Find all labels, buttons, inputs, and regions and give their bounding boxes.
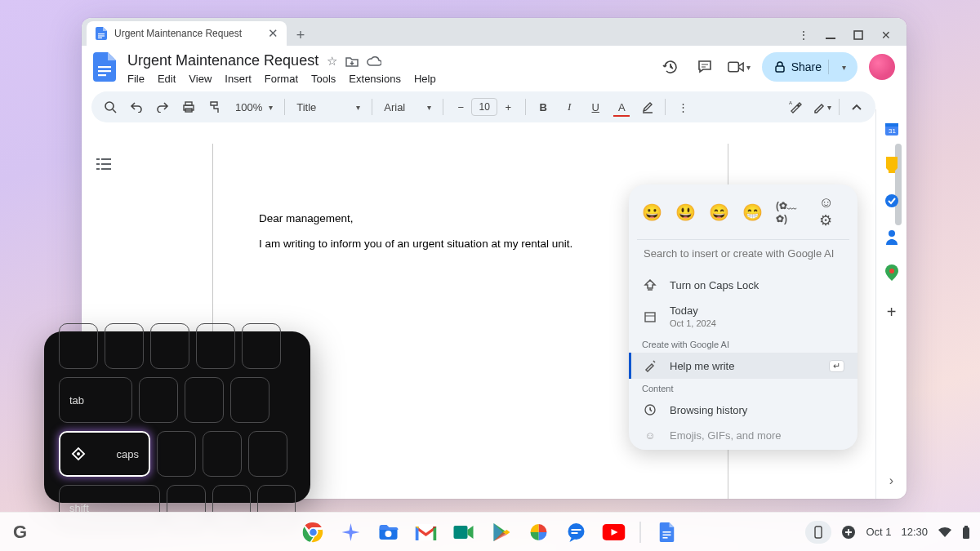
popup-search-input[interactable]: Search to insert or create with Google A… xyxy=(637,239,849,267)
key-generic[interactable] xyxy=(139,377,178,423)
menu-view[interactable]: View xyxy=(189,73,212,85)
browser-tab[interactable]: Urgent Maintenance Request ✕ xyxy=(87,21,287,46)
caps-indicator-icon xyxy=(70,446,87,462)
key-generic[interactable] xyxy=(157,431,196,477)
quick-add-icon[interactable] xyxy=(841,525,856,540)
browsing-history-row[interactable]: Browsing history xyxy=(629,397,858,423)
svg-rect-47 xyxy=(663,534,671,535)
menu-extensions[interactable]: Extensions xyxy=(349,73,401,85)
meet-app-icon[interactable] xyxy=(452,521,475,544)
emojis-more-row[interactable]: ☺ Emojis, GIFs, and more xyxy=(629,423,858,448)
key-generic[interactable] xyxy=(230,377,270,423)
menu-format[interactable]: Format xyxy=(265,73,298,85)
svg-rect-43 xyxy=(572,529,581,531)
key-generic[interactable] xyxy=(185,377,224,423)
docs-titlebar: Urgent Maintenance Request ☆ File Edit V… xyxy=(82,46,906,85)
docs-app-icon[interactable] xyxy=(656,521,679,544)
menu-insert[interactable]: Insert xyxy=(225,73,252,85)
add-panel-icon[interactable]: + xyxy=(884,304,900,320)
maximize-icon[interactable] xyxy=(849,26,867,44)
svg-rect-49 xyxy=(815,527,822,538)
menu-tools[interactable]: Tools xyxy=(311,73,336,85)
key-generic[interactable] xyxy=(105,323,144,369)
tasks-icon[interactable] xyxy=(884,193,900,209)
text-emoji-option[interactable]: (✿﹏✿) xyxy=(776,199,806,224)
doc-title[interactable]: Urgent Maintenance Request xyxy=(127,52,318,69)
emoji-option[interactable]: 😁 xyxy=(742,202,763,222)
play-store-icon[interactable] xyxy=(490,521,513,544)
emoji-quick-row: 😀 😃 😄 😁 (✿﹏✿) ☺︎⚙ xyxy=(629,184,858,239)
emoji-option[interactable]: 😀 xyxy=(642,202,662,222)
docs-favicon xyxy=(95,27,108,40)
outline-toggle-icon[interactable] xyxy=(96,158,111,170)
smart-insert-popup: 😀 😃 😄 😁 (✿﹏✿) ☺︎⚙ Search to insert or cr… xyxy=(629,184,858,450)
window-controls: ⋮ ✕ xyxy=(787,26,902,46)
history-icon[interactable] xyxy=(659,56,682,78)
today-row[interactable]: Today Oct 1, 2024 xyxy=(629,298,858,335)
star-icon[interactable]: ☆ xyxy=(327,54,337,69)
svg-rect-3 xyxy=(826,38,835,39)
files-icon[interactable] xyxy=(377,521,400,544)
key-generic[interactable] xyxy=(59,323,98,369)
account-avatar[interactable] xyxy=(869,54,895,80)
svg-rect-21 xyxy=(101,168,111,170)
svg-rect-28 xyxy=(645,313,655,322)
gemini-icon[interactable] xyxy=(340,521,363,544)
tab-close-icon[interactable]: ✕ xyxy=(268,26,278,41)
calendar-mini-icon xyxy=(642,310,658,323)
move-icon[interactable] xyxy=(345,56,359,67)
menu-help[interactable]: Help xyxy=(414,73,436,85)
svg-rect-8 xyxy=(728,62,738,71)
minimize-icon[interactable] xyxy=(822,26,840,44)
share-button[interactable]: Share ▾ xyxy=(762,52,858,82)
key-generic[interactable] xyxy=(150,323,189,369)
key-generic[interactable] xyxy=(242,323,281,369)
menu-file[interactable]: File xyxy=(127,73,145,85)
caps-lock-icon xyxy=(642,278,658,291)
keep-icon[interactable] xyxy=(884,157,900,173)
key-caps[interactable]: caps xyxy=(59,431,150,477)
svg-rect-6 xyxy=(98,70,111,72)
emoji-option[interactable]: 😄 xyxy=(709,202,729,222)
svg-point-26 xyxy=(889,230,895,237)
share-caret-icon[interactable]: ▾ xyxy=(835,63,853,72)
svg-rect-52 xyxy=(964,526,968,527)
wifi-icon xyxy=(938,527,952,538)
shelf-time: 12:30 xyxy=(901,526,928,538)
svg-text:A: A xyxy=(789,100,792,105)
collapse-panel-icon[interactable]: › xyxy=(884,473,900,489)
phone-hub-icon[interactable] xyxy=(805,521,831,544)
docs-logo[interactable] xyxy=(90,52,119,82)
meet-icon[interactable]: ▾ xyxy=(728,56,751,78)
gmail-icon[interactable] xyxy=(415,521,438,544)
doc-paragraph: Dear management, xyxy=(259,212,682,224)
contacts-icon[interactable] xyxy=(884,229,900,245)
menu-edit[interactable]: Edit xyxy=(158,73,176,85)
maps-icon[interactable] xyxy=(884,264,900,281)
svg-rect-41 xyxy=(454,526,468,539)
messages-icon[interactable] xyxy=(565,521,588,544)
key-generic[interactable] xyxy=(196,323,235,369)
status-tray[interactable]: Oct 1 12:30 xyxy=(805,521,970,544)
svg-text:31: 31 xyxy=(889,127,896,135)
launcher-button[interactable]: G xyxy=(10,522,30,543)
chrome-icon[interactable] xyxy=(302,521,325,544)
photos-icon[interactable] xyxy=(528,521,550,544)
close-window-icon[interactable]: ✕ xyxy=(877,26,895,44)
key-generic[interactable] xyxy=(248,431,287,477)
svg-rect-1 xyxy=(98,35,105,36)
calendar-icon[interactable]: 31 xyxy=(884,121,900,137)
youtube-icon[interactable] xyxy=(603,521,626,544)
help-me-write-row[interactable]: Help me write ↵ xyxy=(629,353,858,379)
comment-icon[interactable] xyxy=(693,56,716,78)
browser-menu-icon[interactable]: ⋮ xyxy=(794,26,812,44)
key-tab[interactable]: tab xyxy=(59,377,132,423)
new-tab-button[interactable]: + xyxy=(290,24,311,46)
key-generic[interactable] xyxy=(203,431,242,477)
cloud-status-icon[interactable] xyxy=(367,56,381,66)
svg-rect-20 xyxy=(96,168,100,170)
emoji-settings-icon[interactable]: ☺︎⚙ xyxy=(819,194,844,229)
svg-point-37 xyxy=(385,531,392,537)
caps-lock-row[interactable]: Turn on Caps Lock xyxy=(629,272,858,298)
emoji-option[interactable]: 😃 xyxy=(675,202,696,222)
